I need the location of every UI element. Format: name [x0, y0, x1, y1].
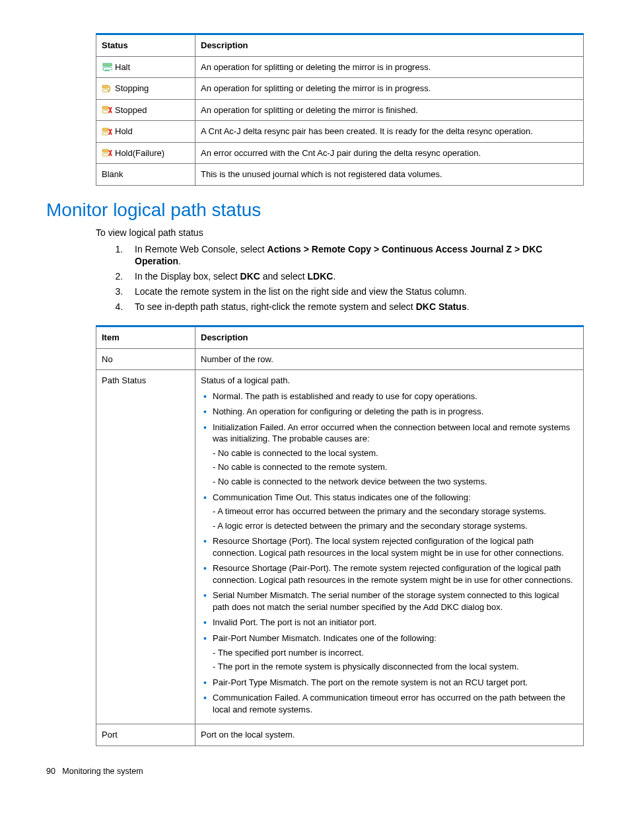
svg-rect-1: [102, 89, 108, 92]
stopped-icon: [102, 105, 112, 116]
section-heading: Monitor logical path status: [46, 198, 584, 223]
list-item: Normal. The path is established and read…: [213, 391, 578, 402]
footer-title: Monitoring the system: [62, 767, 143, 776]
item-desc: Number of the row.: [195, 348, 584, 370]
table-row: Port Port on the local system.: [96, 724, 584, 746]
list-item: Nothing. An operation for configuring or…: [213, 406, 578, 418]
step-3: Locate the remote system in the list on …: [125, 286, 584, 298]
table-row: Halt An operation for splitting or delet…: [96, 56, 584, 78]
status-desc: An operation for splitting or deleting t…: [195, 78, 584, 100]
table-row: Stopped An operation for splitting or de…: [96, 99, 584, 121]
item-table: Item Description No Number of the row. P…: [96, 325, 584, 746]
step-1: In Remote Web Console, select Actions > …: [125, 243, 584, 268]
list-item: Initialization Failed. An error occurred…: [213, 422, 578, 488]
status-desc: This is the unused journal which is not …: [195, 164, 584, 186]
list-item: Pair-Port Number Mismatch. Indicates one…: [213, 632, 578, 673]
status-label: Hold: [115, 126, 133, 136]
list-item: Resource Shortage (Pair-Port). The remot…: [213, 562, 578, 586]
svg-rect-7: [102, 128, 108, 131]
svg-rect-8: [102, 132, 108, 135]
hold-icon: [102, 127, 112, 137]
list-item: Communication Time Out. This status indi…: [213, 492, 578, 532]
status-desc: An operation for splitting or deleting t…: [195, 56, 584, 78]
list-item: Communication Failed. A communication ti…: [213, 692, 578, 715]
col-item: Item: [96, 326, 195, 349]
svg-rect-4: [102, 110, 108, 113]
col-description: Description: [195, 34, 584, 57]
hold-failure-icon: [102, 148, 112, 159]
list-item: Serial Number Mismatch. The serial numbe…: [213, 590, 578, 613]
list-item: Pair-Port Type Mismatch. The port on the…: [213, 677, 578, 689]
steps-list: In Remote Web Console, select Actions > …: [96, 243, 584, 313]
item-label: No: [96, 348, 195, 370]
item-label: Path Status: [96, 370, 195, 724]
step-4: To see in-depth path status, right-click…: [125, 301, 584, 313]
table-row: Hold A Cnt Ac-J delta resync pair has be…: [96, 121, 584, 143]
svg-rect-0: [102, 85, 108, 88]
table-row: Hold(Failure) An error occurred with the…: [96, 142, 584, 164]
list-item: Resource Shortage (Port). The local syst…: [213, 535, 578, 558]
status-label: Hold(Failure): [115, 148, 164, 158]
status-label: Blank: [102, 169, 123, 179]
list-item: Invalid Port. The port is not an initiat…: [213, 617, 578, 629]
item-desc: Port on the local system.: [195, 724, 584, 746]
svg-rect-12: [102, 153, 108, 156]
halt-icon: [102, 62, 112, 73]
svg-rect-3: [102, 106, 108, 109]
status-table: Status Description Halt An operation for…: [96, 33, 584, 186]
status-desc: An error occurred with the Cnt Ac-J pair…: [195, 142, 584, 164]
table-row: Path Status Status of a logical path. No…: [96, 370, 584, 724]
page-footer: 90 Monitoring the system: [46, 766, 584, 777]
svg-rect-11: [102, 149, 108, 152]
col-description: Description: [195, 326, 584, 349]
col-status: Status: [96, 34, 195, 57]
table-row: Stopping An operation for splitting or d…: [96, 78, 584, 100]
item-label: Port: [96, 724, 195, 746]
intro-text: To view logical path status: [96, 227, 584, 239]
item-desc: Status of a logical path. Normal. The pa…: [195, 370, 584, 724]
stopping-icon: [102, 84, 112, 95]
status-desc: An operation for splitting or deleting t…: [195, 99, 584, 121]
status-label: Stopped: [115, 105, 147, 115]
status-label: Stopping: [115, 83, 149, 93]
status-desc: A Cnt Ac-J delta resync pair has been cr…: [195, 121, 584, 143]
page-number: 90: [46, 767, 55, 776]
table-row: Blank This is the unused journal which i…: [96, 164, 584, 186]
step-2: In the Display box, select DKC and selec…: [125, 270, 584, 283]
table-row: No Number of the row.: [96, 348, 584, 370]
status-label: Halt: [115, 62, 130, 72]
